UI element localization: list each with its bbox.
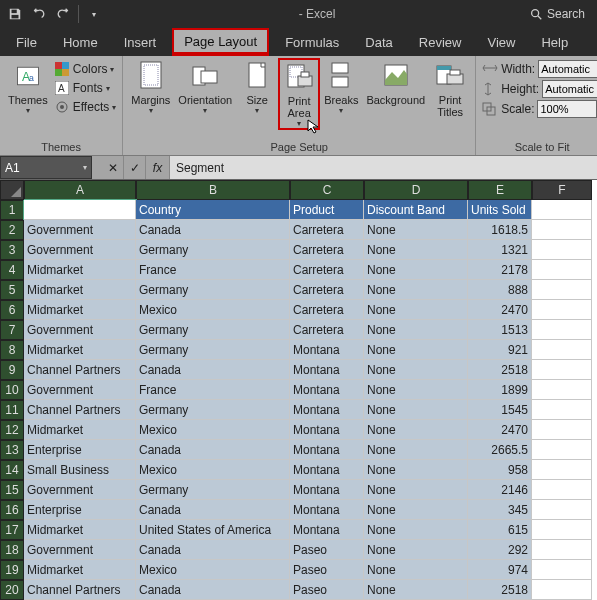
cell[interactable] [532, 260, 592, 280]
cell[interactable]: Paseo [290, 560, 364, 580]
row-header[interactable]: 12 [0, 420, 24, 440]
size-button[interactable]: Size▾ [236, 58, 278, 116]
cell[interactable]: Midmarket [24, 300, 136, 320]
cell[interactable]: Carretera [290, 280, 364, 300]
cell[interactable] [532, 420, 592, 440]
cell[interactable]: Montana [290, 520, 364, 540]
cell[interactable]: None [364, 480, 468, 500]
themes-button[interactable]: Aa Themes ▾ [4, 58, 52, 116]
cell[interactable]: Canada [136, 500, 290, 520]
row-header[interactable]: 13 [0, 440, 24, 460]
cell[interactable]: Montana [290, 440, 364, 460]
cell[interactable]: None [364, 440, 468, 460]
tab-formulas[interactable]: Formulas [275, 28, 349, 56]
fonts-button[interactable]: A Fonts▾ [52, 79, 118, 97]
cell[interactable]: 2470 [468, 420, 532, 440]
cell[interactable]: Montana [290, 360, 364, 380]
breaks-button[interactable]: Breaks▾ [320, 58, 362, 116]
spreadsheet-grid[interactable]: ABCDEF1SegmentCountryProductDiscount Ban… [0, 180, 597, 600]
row-header[interactable]: 2 [0, 220, 24, 240]
name-box[interactable]: A1▾ [0, 156, 92, 179]
row-header[interactable]: 3 [0, 240, 24, 260]
tab-insert[interactable]: Insert [114, 28, 167, 56]
colors-button[interactable]: Colors▾ [52, 60, 118, 78]
cell[interactable]: Government [24, 320, 136, 340]
cell[interactable]: Montana [290, 400, 364, 420]
cell[interactable] [532, 200, 592, 220]
cell[interactable]: United States of America [136, 520, 290, 540]
cell[interactable]: Government [24, 380, 136, 400]
cell[interactable]: Montana [290, 340, 364, 360]
cell[interactable]: Government [24, 240, 136, 260]
cell[interactable]: Montana [290, 420, 364, 440]
print-titles-button[interactable]: Print Titles [429, 58, 471, 120]
row-header[interactable]: 16 [0, 500, 24, 520]
cell[interactable]: None [364, 380, 468, 400]
cell[interactable]: Mexico [136, 300, 290, 320]
cell[interactable]: None [364, 360, 468, 380]
cell[interactable]: Montana [290, 500, 364, 520]
column-header[interactable]: E [468, 180, 532, 200]
margins-button[interactable]: Margins▾ [127, 58, 174, 116]
cell[interactable] [532, 480, 592, 500]
cell[interactable]: None [364, 340, 468, 360]
redo-icon[interactable] [52, 3, 74, 25]
cell[interactable]: Mexico [136, 460, 290, 480]
cell[interactable]: 958 [468, 460, 532, 480]
row-header[interactable]: 4 [0, 260, 24, 280]
cell[interactable] [532, 540, 592, 560]
cell[interactable]: Mexico [136, 420, 290, 440]
cell[interactable]: Carretera [290, 260, 364, 280]
cell[interactable]: Carretera [290, 220, 364, 240]
cell[interactable]: 292 [468, 540, 532, 560]
row-header[interactable]: 18 [0, 540, 24, 560]
cell[interactable]: Government [24, 540, 136, 560]
print-area-button[interactable]: Print Area▾ [278, 58, 320, 130]
cell[interactable]: 2518 [468, 580, 532, 600]
cell[interactable]: 1513 [468, 320, 532, 340]
tab-view[interactable]: View [477, 28, 525, 56]
cell[interactable]: France [136, 260, 290, 280]
cell[interactable]: None [364, 420, 468, 440]
select-all-corner[interactable] [0, 180, 24, 200]
row-header[interactable]: 19 [0, 560, 24, 580]
column-header[interactable]: D [364, 180, 468, 200]
tab-file[interactable]: File [6, 28, 47, 56]
cell[interactable] [532, 320, 592, 340]
scale-input[interactable] [537, 100, 597, 118]
cell[interactable]: Montana [290, 480, 364, 500]
row-header[interactable]: 1 [0, 200, 24, 220]
cell[interactable]: Germany [136, 240, 290, 260]
cell[interactable]: 974 [468, 560, 532, 580]
cell[interactable]: Germany [136, 400, 290, 420]
cell[interactable]: Carretera [290, 300, 364, 320]
column-header[interactable]: F [532, 180, 592, 200]
cell[interactable]: 345 [468, 500, 532, 520]
cell[interactable]: Paseo [290, 540, 364, 560]
cell[interactable]: Canada [136, 540, 290, 560]
column-header[interactable]: C [290, 180, 364, 200]
cell[interactable]: Midmarket [24, 280, 136, 300]
header-cell[interactable]: Country [136, 200, 290, 220]
row-header[interactable]: 8 [0, 340, 24, 360]
cell[interactable]: Montana [290, 460, 364, 480]
cell[interactable]: 2470 [468, 300, 532, 320]
cell[interactable]: Midmarket [24, 420, 136, 440]
cell[interactable]: Canada [136, 580, 290, 600]
cell[interactable]: Midmarket [24, 340, 136, 360]
header-cell[interactable]: Units Sold [468, 200, 532, 220]
cell[interactable] [532, 440, 592, 460]
header-cell[interactable]: Discount Band [364, 200, 468, 220]
cell[interactable]: Government [24, 480, 136, 500]
cell[interactable] [532, 340, 592, 360]
cell[interactable]: Midmarket [24, 560, 136, 580]
save-icon[interactable] [4, 3, 26, 25]
row-header[interactable]: 9 [0, 360, 24, 380]
background-button[interactable]: Background [362, 58, 429, 108]
cell[interactable] [532, 280, 592, 300]
cell[interactable]: 2665.5 [468, 440, 532, 460]
header-cell[interactable]: Product [290, 200, 364, 220]
cell[interactable]: 2518 [468, 360, 532, 380]
cell[interactable]: None [364, 500, 468, 520]
cell[interactable]: None [364, 580, 468, 600]
